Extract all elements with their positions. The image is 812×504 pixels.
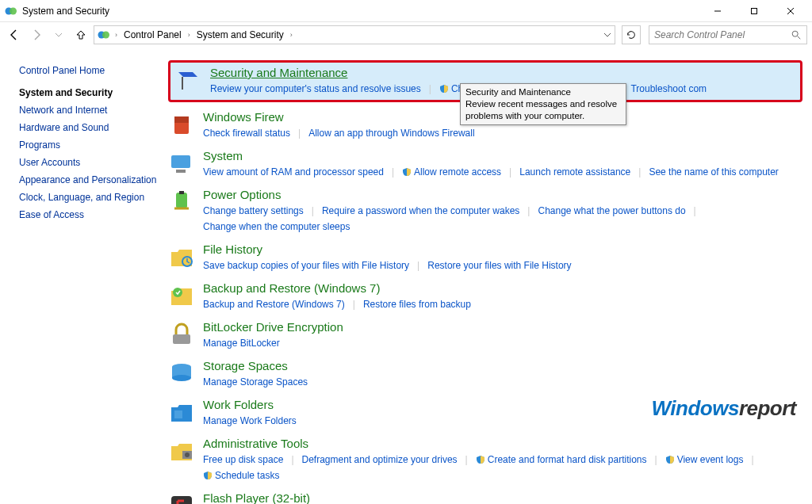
category-title[interactable]: Security and Maintenance: [210, 66, 795, 79]
chevron-right-icon: ›: [113, 31, 119, 39]
category-section: File HistorySave backup copies of your f…: [168, 242, 802, 273]
category-icon: [168, 361, 195, 388]
category-icon: [168, 189, 195, 216]
category-title[interactable]: Administrative Tools: [203, 437, 802, 450]
link-divider: |: [312, 203, 314, 219]
recent-dropdown[interactable]: [49, 25, 68, 44]
address-dropdown[interactable]: [603, 31, 611, 39]
nav-row: › Control Panel › System and Security ›: [0, 22, 812, 48]
sidebar-item[interactable]: Hardware and Sound: [19, 119, 160, 136]
category-section: BitLocker Drive EncryptionManage BitLock…: [168, 320, 802, 351]
category-title[interactable]: Power Options: [203, 188, 802, 201]
main-content: Control Panel Home System and SecurityNe…: [0, 48, 812, 504]
chevron-right-icon: ›: [186, 31, 192, 39]
task-link[interactable]: Manage Storage Spaces: [203, 374, 308, 390]
search-icon[interactable]: [791, 29, 802, 40]
task-link[interactable]: Allow remote access: [402, 164, 501, 180]
breadcrumb-root[interactable]: Control Panel: [122, 29, 183, 40]
svg-point-8: [792, 31, 798, 36]
link-divider: |: [465, 452, 468, 468]
task-link[interactable]: Backup and Restore (Windows 7): [203, 296, 345, 312]
link-divider: |: [353, 296, 355, 312]
link-divider: |: [694, 203, 696, 219]
category-icon: [168, 438, 195, 465]
category-title[interactable]: System: [203, 149, 802, 162]
category-section: SystemView amount of RAM and processor s…: [168, 149, 802, 180]
svg-point-25: [185, 452, 190, 457]
task-link[interactable]: Change battery settings: [203, 203, 304, 219]
task-link[interactable]: Save backup copies of your files with Fi…: [203, 258, 409, 273]
breadcrumb-current[interactable]: System and Security: [195, 29, 285, 40]
link-divider: |: [417, 258, 419, 273]
refresh-button[interactable]: [622, 25, 641, 44]
sidebar-item[interactable]: Network and Internet: [19, 101, 160, 119]
category-section: Security and MaintenanceReview your comp…: [168, 60, 802, 102]
task-link[interactable]: Check firewall status: [203, 125, 290, 141]
category-title[interactable]: Backup and Restore (Windows 7): [203, 281, 802, 295]
task-link[interactable]: Create and format hard disk partitions: [476, 452, 647, 468]
sidebar-item[interactable]: Ease of Access: [19, 206, 160, 223]
category-section: Storage SpacesManage Storage Spaces: [168, 359, 802, 390]
minimize-button[interactable]: [699, 0, 736, 22]
task-link[interactable]: Review your computer's status and resolv…: [210, 81, 421, 97]
sidebar-item[interactable]: Programs: [19, 136, 160, 154]
task-link[interactable]: Restore files from backup: [363, 296, 471, 312]
close-button[interactable]: [772, 0, 809, 22]
search-input[interactable]: [654, 29, 791, 40]
shield-icon: [203, 471, 213, 480]
svg-point-1: [10, 7, 17, 14]
shield-icon: [665, 455, 675, 464]
forward-button[interactable]: [27, 25, 46, 44]
back-button[interactable]: [5, 25, 24, 44]
task-link[interactable]: View event logs: [665, 452, 744, 468]
svg-rect-3: [752, 8, 757, 13]
category-title[interactable]: File History: [203, 242, 802, 256]
category-icon: [175, 67, 202, 94]
task-link[interactable]: Free up disk space: [203, 452, 283, 468]
svg-rect-23: [174, 410, 182, 418]
sidebar-item[interactable]: User Accounts: [19, 154, 160, 171]
task-link[interactable]: Schedule tasks: [203, 468, 279, 483]
sidebar-home[interactable]: Control Panel Home: [19, 62, 160, 79]
sidebar-item[interactable]: Appearance and Personalization: [19, 171, 160, 189]
link-divider: |: [638, 164, 641, 180]
task-link[interactable]: Restore your files with File History: [427, 258, 571, 273]
svg-rect-19: [173, 334, 190, 344]
task-link[interactable]: Change when the computer sleeps: [203, 219, 350, 235]
titlebar: System and Security: [0, 0, 812, 22]
maximize-button[interactable]: [736, 0, 772, 22]
task-link[interactable]: Require a password when the computer wak…: [322, 203, 519, 219]
task-link[interactable]: Manage BitLocker: [203, 335, 280, 351]
up-button[interactable]: [71, 25, 90, 44]
svg-line-9: [798, 36, 801, 40]
svg-rect-16: [179, 191, 184, 194]
task-link[interactable]: Defragment and optimize your drives: [302, 452, 458, 468]
address-bar[interactable]: › Control Panel › System and Security ›: [94, 25, 615, 44]
category-title[interactable]: Storage Spaces: [203, 359, 802, 372]
task-link[interactable]: View amount of RAM and processor speed: [203, 164, 384, 180]
sidebar-item[interactable]: System and Security: [19, 84, 160, 101]
category-title[interactable]: Flash Player (32-bit): [203, 491, 802, 504]
task-link[interactable]: Launch remote assistance: [519, 164, 630, 180]
system-security-icon: [98, 29, 110, 41]
system-security-icon: [5, 5, 17, 17]
svg-rect-14: [176, 170, 186, 173]
sidebar-item[interactable]: Clock, Language, and Region: [19, 189, 160, 206]
task-link[interactable]: Manage Work Folders: [203, 413, 297, 429]
link-divider: |: [291, 452, 293, 468]
task-link[interactable]: See the name of this computer: [649, 164, 778, 180]
link-divider: |: [298, 125, 301, 141]
task-link[interactable]: Allow an app through Windows Firewall: [308, 125, 474, 141]
svg-rect-10: [182, 77, 183, 90]
window-title: System and Security: [22, 6, 699, 17]
search-box[interactable]: [649, 25, 807, 44]
tooltip: Security and MaintenanceReview recent me…: [460, 83, 626, 125]
sidebar: Control Panel Home System and SecurityNe…: [0, 48, 167, 504]
category-title[interactable]: BitLocker Drive Encryption: [203, 320, 802, 334]
category-section: Administrative ToolsFree up disk space|D…: [168, 437, 802, 483]
link-divider: |: [509, 164, 511, 180]
link-divider: |: [527, 203, 530, 219]
task-link[interactable]: Change what the power buttons do: [538, 203, 685, 219]
task-link[interactable]: Troubleshoot com: [630, 81, 707, 97]
category-section: Flash Player (32-bit): [168, 491, 802, 504]
